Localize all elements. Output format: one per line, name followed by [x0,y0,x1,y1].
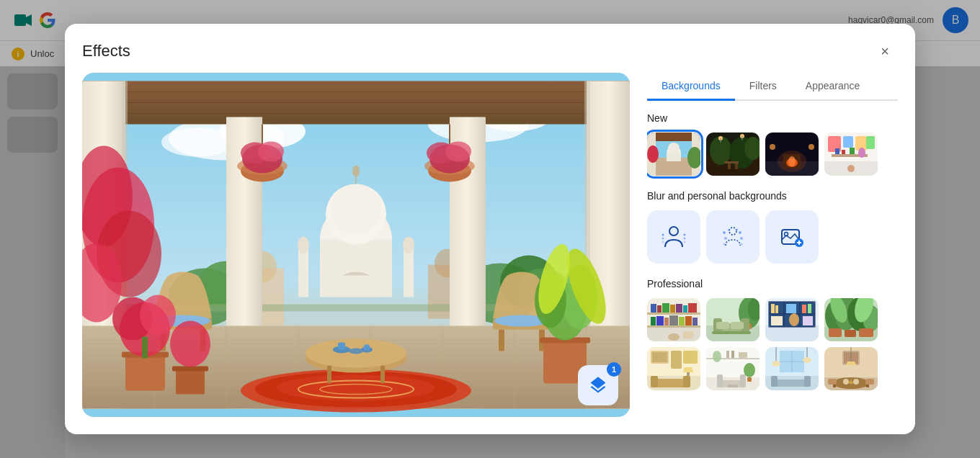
svg-point-160 [736,229,739,231]
svg-point-146 [847,165,855,172]
svg-rect-18 [334,276,378,297]
svg-point-13 [352,166,360,177]
svg-rect-223 [845,330,856,337]
section-new-title: New [647,112,895,124]
tab-appearance[interactable]: Appearance [791,73,875,101]
svg-point-254 [772,361,780,367]
svg-rect-241 [739,352,747,358]
svg-rect-183 [679,317,685,325]
svg-point-145 [858,148,865,158]
tab-filters[interactable]: Filters [735,73,791,101]
svg-point-161 [723,243,726,246]
tab-backgrounds[interactable]: Backgrounds [647,73,735,101]
thumb-shelf1[interactable] [647,298,700,341]
section-blur: Blur and personal backgrounds [647,190,895,264]
svg-point-157 [739,231,741,234]
svg-rect-16 [404,247,414,297]
svg-point-81 [170,321,210,367]
panel-scroll[interactable]: New [647,112,898,417]
svg-point-77 [140,295,176,336]
svg-rect-245 [728,385,738,387]
layers-badge-count: 1 [607,362,621,377]
svg-point-162 [741,243,743,246]
svg-rect-174 [662,303,669,313]
thumb-forest[interactable] [706,133,760,176]
svg-rect-211 [771,316,783,325]
modal-title: Effects [82,42,130,60]
blur-slight-option[interactable] [706,210,760,264]
svg-rect-144 [850,148,855,154]
svg-rect-243 [717,374,723,387]
svg-rect-209 [802,305,806,313]
svg-point-152 [684,238,686,240]
svg-rect-259 [804,376,811,387]
svg-rect-229 [671,351,682,369]
svg-rect-143 [842,150,845,154]
thumb-plants[interactable] [824,298,878,341]
preview-area: 1 [82,73,630,417]
thumb-shelf2[interactable] [706,298,760,341]
svg-rect-224 [859,328,873,337]
svg-rect-122 [735,163,738,169]
svg-rect-170 [647,313,700,315]
thumb-living2[interactable] [706,347,760,390]
svg-point-154 [729,228,736,235]
svg-rect-213 [803,316,813,325]
modal-body: 1 Backgrounds Filters Appearance New [65,73,915,434]
upload-icon [779,224,805,250]
svg-point-212 [789,313,799,326]
close-button[interactable]: × [872,38,898,64]
svg-rect-66 [327,366,331,384]
svg-rect-177 [683,305,687,313]
blur-portrait-icon [661,224,687,250]
svg-point-256 [803,357,811,363]
preview-scene [82,73,630,417]
svg-rect-200 [765,325,819,341]
svg-rect-184 [685,316,692,325]
svg-rect-171 [647,325,700,328]
svg-rect-175 [670,305,675,313]
svg-rect-182 [669,315,678,325]
layers-badge[interactable]: 1 [578,365,618,405]
svg-rect-73 [125,355,165,391]
layers-icon [588,375,608,395]
svg-point-53 [277,375,435,401]
svg-point-17 [403,237,414,254]
svg-point-147 [669,227,678,235]
new-thumbnails-grid [647,133,895,176]
svg-point-113 [647,145,659,163]
svg-rect-173 [657,305,662,313]
thumb-dining[interactable] [824,347,878,390]
thumb-shelf3[interactable] [765,298,819,341]
svg-rect-120 [724,161,739,163]
svg-point-11 [331,184,381,235]
svg-point-186 [668,333,680,341]
svg-rect-247 [747,377,752,382]
thumb-dark-interior[interactable] [765,133,819,176]
svg-rect-269 [865,379,874,385]
upload-background-option[interactable] [765,210,819,264]
svg-point-15 [298,237,309,254]
svg-rect-61 [499,330,504,351]
svg-point-270 [843,379,849,385]
thumb-living1[interactable] [647,347,700,390]
svg-rect-196 [712,331,751,334]
svg-point-153 [684,241,686,243]
svg-rect-233 [651,376,658,387]
svg-rect-80 [172,367,208,372]
svg-point-72 [349,349,363,354]
thumb-living3[interactable] [765,347,819,390]
svg-rect-179 [651,317,656,325]
right-panel: Backgrounds Filters Appearance New [647,73,898,417]
blur-portrait-option[interactable] [647,210,700,264]
svg-rect-67 [380,366,385,384]
thumb-tajmahal[interactable] [647,133,700,176]
svg-rect-240 [731,351,734,358]
svg-point-112 [668,143,680,154]
effects-modal: Effects × [65,24,915,434]
svg-rect-258 [771,376,778,387]
svg-point-132 [778,151,806,172]
svg-point-164 [785,233,788,236]
thumb-colorful[interactable] [824,133,878,176]
professional-thumbnails-grid [647,298,895,390]
